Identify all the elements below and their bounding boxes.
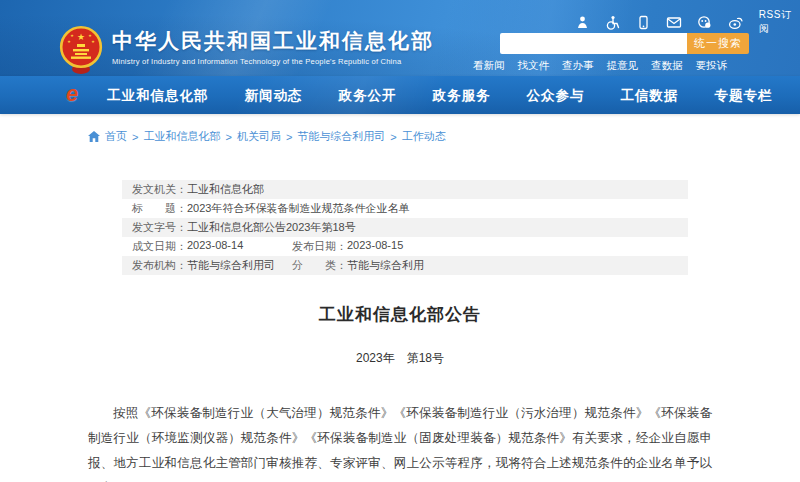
breadcrumb-energy-dept[interactable]: 节能与综合利用司 [297,129,385,144]
quick-link-data[interactable]: 查数据 [651,59,683,73]
meta-value: 工业和信息化部 [187,182,264,197]
breadcrumb: 首页 > 工业和信息化部 > 机关司局 > 节能与综合利用司 > 工作动态 [88,129,800,144]
meta-value: 2023-08-15 [347,239,403,254]
meta-row-issuing-authority: 发文机关： 工业和信息化部 [122,180,688,199]
article-paragraph: 按照《环保装备制造行业（大气治理）规范条件》《环保装备制造行业（污水治理）规范条… [88,401,712,482]
breadcrumb-separator: > [286,131,292,143]
weibo-icon[interactable] [728,14,744,30]
svg-text:★: ★ [88,33,92,38]
meta-value: 2023-08-14 [187,239,243,254]
meta-value: 节能与综合利用 [347,258,424,273]
miit-e-logo-icon[interactable]: e [66,81,78,107]
mail-icon[interactable] [666,14,682,30]
header-utility-icons: RSS订阅 [575,8,800,36]
wechat-icon[interactable] [697,14,713,30]
breadcrumb-home[interactable]: 首页 [105,129,127,144]
breadcrumb-work-updates[interactable]: 工作动态 [402,129,446,144]
header-quick-links: 看新闻 找文件 查办事 提意见 查数据 要投诉 [473,59,727,73]
svg-text:★: ★ [91,39,95,44]
national-emblem-icon: ★ ★ ★ ★ ★ [59,25,103,79]
breadcrumb-separator: > [225,131,231,143]
mobile-icon[interactable] [636,14,651,30]
meta-row-title: 标 题： 2023年符合环保装备制造业规范条件企业名单 [122,199,688,218]
unified-search-button[interactable]: 统一搜索 [687,33,749,54]
nav-item-topics[interactable]: 专题专栏 [715,88,773,103]
rss-subscribe-link[interactable]: RSS订阅 [759,8,800,36]
quick-link-feedback[interactable]: 提意见 [607,59,639,73]
nav-item-miit[interactable]: 工业和信息化部 [107,88,209,103]
quick-link-news[interactable]: 看新闻 [473,59,505,73]
meta-label: 成文日期： [132,239,187,254]
svg-text:★: ★ [77,32,85,42]
meta-value: 工业和信息化部公告2023年第18号 [187,220,356,235]
article-body: 按照《环保装备制造行业（大气治理）规范条件》《环保装备制造行业（污水治理）规范条… [88,401,712,482]
meta-label: 发文机关： [132,182,187,197]
quick-link-services[interactable]: 查办事 [562,59,594,73]
meta-label: 发文字号： [132,220,187,235]
meta-label: 标 题： [132,201,187,216]
search-bar: 统一搜索 [500,33,749,54]
main-nav: e 工业和信息化部 新闻动态 政务公开 政务服务 公众参与 工信数据 专题专栏 [0,76,800,114]
meta-value: 节能与综合利用司 [187,258,275,273]
meta-value: 2023年符合环保装备制造业规范条件企业名单 [187,201,409,216]
quick-link-documents[interactable]: 找文件 [518,59,550,73]
meta-label: 分 类： [292,258,347,273]
site-header: ★ ★ ★ ★ ★ 中华人民共和国工业和信息化部 Ministry of Ind… [0,0,800,76]
article-title: 工业和信息化部公告 [0,303,800,326]
nav-item-news[interactable]: 新闻动态 [245,88,303,103]
nav-item-gov-info[interactable]: 政务公开 [339,88,397,103]
article-doc-number: 2023年 第18号 [0,350,800,367]
breadcrumb-separator: > [132,131,138,143]
site-brand: 中华人民共和国工业和信息化部 Ministry of Industry and … [112,29,434,66]
breadcrumb-departments[interactable]: 机关司局 [237,129,281,144]
meta-row-dates: 成文日期： 2023-08-14 发布日期： 2023-08-15 [122,237,688,256]
accessibility-icon[interactable] [605,14,620,30]
nav-menu: 工业和信息化部 新闻动态 政务公开 政务服务 公众参与 工信数据 专题专栏 [107,76,773,114]
nav-item-participation[interactable]: 公众参与 [527,88,585,103]
quick-link-complaint[interactable]: 要投诉 [696,59,728,73]
search-input[interactable] [500,33,687,54]
svg-text:★: ★ [67,39,71,44]
site-title: 中华人民共和国工业和信息化部 [112,29,434,53]
nav-item-gov-services[interactable]: 政务服务 [433,88,491,103]
home-icon [88,131,100,142]
svg-text:★: ★ [70,33,74,38]
breadcrumb-separator: > [390,131,396,143]
meta-row-publisher: 发布机构： 节能与综合利用司 分 类： 节能与综合利用 [122,256,688,275]
site-subtitle: Ministry of Industry and Information Tec… [112,57,434,66]
meta-label: 发布机构： [132,258,187,273]
elder-mode-icon[interactable] [575,14,590,30]
nav-item-data[interactable]: 工信数据 [621,88,679,103]
breadcrumb-miit[interactable]: 工业和信息化部 [143,129,220,144]
meta-row-doc-number: 发文字号： 工业和信息化部公告2023年第18号 [122,218,688,237]
meta-label: 发布日期： [292,239,347,254]
document-meta-table: 发文机关： 工业和信息化部 标 题： 2023年符合环保装备制造业规范条件企业名… [122,180,688,275]
